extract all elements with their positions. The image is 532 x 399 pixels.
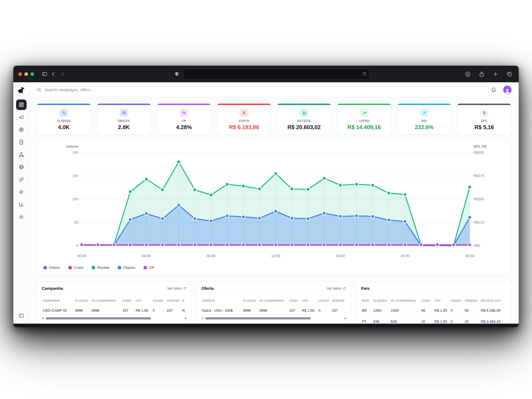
- legend-item-receita[interactable]: Receita: [92, 265, 109, 270]
- svg-text:16:00: 16:00: [336, 254, 345, 258]
- table-row[interactable]: CBO CAMP 0239963996157R$ 1,550157R: [41, 305, 186, 316]
- kpi-icon-box: [360, 109, 368, 117]
- svg-text:150: 150: [72, 174, 78, 178]
- tab-overview-button[interactable]: [505, 70, 514, 78]
- column-header[interactable]: CPC: [134, 296, 151, 305]
- column-header[interactable]: UC (CAMPANHA): [258, 296, 288, 305]
- app-logo[interactable]: [13, 82, 29, 97]
- bar-chart-icon: [19, 202, 24, 207]
- column-header[interactable]: CLIQUES: [241, 296, 258, 305]
- column-header[interactable]: LEADS: [317, 296, 330, 305]
- column-header[interactable]: CLIQUES: [73, 296, 90, 305]
- legend-item-custo[interactable]: Custo: [68, 265, 83, 270]
- kpi-card-roi: ROI232.6%: [397, 103, 452, 135]
- sidebar-item-automations[interactable]: [16, 187, 27, 197]
- table-title-oferta: Oferta: [201, 286, 214, 291]
- downloads-button[interactable]: [463, 70, 472, 78]
- sidebar-item-campaigns[interactable]: [16, 112, 27, 122]
- svg-text:50: 50: [74, 220, 78, 224]
- sidebar-item-settings[interactable]: [16, 212, 27, 222]
- kpi-card-epc: $EPCR$ 5,16: [457, 103, 511, 135]
- search-icon: [37, 87, 41, 92]
- column-header[interactable]: VENDAS: [463, 296, 479, 305]
- address-bar[interactable]: [183, 69, 370, 79]
- forward-button[interactable]: [58, 70, 67, 78]
- sidebar-item-dashboard[interactable]: [16, 99, 27, 110]
- column-header[interactable]: CAMPANHA: [41, 296, 73, 305]
- back-button[interactable]: [49, 70, 58, 78]
- column-header[interactable]: PAÍS: [360, 296, 372, 305]
- user-icon: [504, 88, 510, 94]
- url-input[interactable]: [186, 72, 362, 76]
- column-header[interactable]: R: [181, 296, 186, 305]
- column-header[interactable]: CONV.: [121, 296, 134, 305]
- ver-todos-link[interactable]: Ver todos: [327, 287, 346, 290]
- share-button[interactable]: [477, 70, 486, 78]
- sidebar-item-flows[interactable]: [16, 149, 27, 160]
- scrollbar-thumb[interactable]: [205, 317, 311, 319]
- horizontal-scrollbar[interactable]: [196, 316, 351, 323]
- cursor-click-icon: [62, 111, 66, 115]
- kpi-value: R$ 6.193,86: [217, 124, 271, 131]
- avatar[interactable]: [503, 86, 511, 94]
- sidebar-item-links[interactable]: [16, 174, 27, 185]
- link-icon: [19, 177, 24, 182]
- legend-item-cr[interactable]: CR: [144, 265, 154, 270]
- column-header[interactable]: CONV.: [288, 296, 300, 305]
- svg-text:0: 0: [76, 244, 78, 248]
- new-tab-button[interactable]: [491, 70, 500, 78]
- column-header[interactable]: VENDAS: [330, 296, 346, 305]
- sidebar-item-reports[interactable]: [16, 199, 27, 210]
- chart-legend: ÚnicosCustoReceitaCliquesCR: [40, 264, 508, 272]
- column-header[interactable]: LEADS: [449, 296, 464, 305]
- table-cell: PT: [360, 316, 372, 324]
- table-row[interactable]: BR2350235095R$ 1,55095R$ 9.288,09: [360, 305, 507, 316]
- legend-item-únicos[interactable]: Únicos: [44, 265, 60, 270]
- tabs-icon: [507, 71, 512, 77]
- scroll-left-icon[interactable]: [41, 317, 44, 320]
- table-row[interactable]: Nutra - USA - 200$39963996157R$ 1,550157: [201, 305, 346, 316]
- minimize-button[interactable]: [24, 72, 28, 76]
- column-header[interactable]: LEADS: [151, 296, 165, 305]
- bell-icon[interactable]: [491, 87, 497, 93]
- sidebar-item-domains[interactable]: [16, 162, 27, 172]
- scrollbar-track[interactable]: [205, 317, 342, 319]
- scroll-right-icon[interactable]: [344, 317, 347, 320]
- sidebar-item-offers[interactable]: [16, 124, 27, 135]
- column-header[interactable]: UC (CAMPANHA): [389, 296, 420, 305]
- kpi-icon-box: [60, 109, 68, 117]
- kpi-label: EPC: [457, 119, 511, 122]
- svg-text:R$500: R$500: [474, 150, 484, 155]
- sidebar-collapse-button[interactable]: [16, 310, 27, 321]
- search-input[interactable]: [45, 88, 161, 92]
- column-header[interactable]: OFERTA: [201, 296, 241, 305]
- kpi-value: R$ 5,16: [457, 124, 511, 131]
- scrollbar-thumb[interactable]: [46, 317, 151, 319]
- legend-item-cliques[interactable]: Cliques: [118, 265, 135, 270]
- horizontal-scrollbar[interactable]: [37, 316, 191, 323]
- zoom-button[interactable]: [30, 72, 34, 76]
- reload-icon[interactable]: [362, 72, 367, 76]
- column-header[interactable]: VENDAS: [165, 296, 181, 305]
- close-button[interactable]: [18, 72, 22, 76]
- table-title-pais: País: [361, 286, 370, 291]
- ver-todos-link[interactable]: Ver todos: [167, 287, 186, 290]
- scroll-left-icon[interactable]: [201, 317, 204, 320]
- sidebar-item-landers[interactable]: [16, 137, 27, 147]
- column-header[interactable]: CONV.: [420, 296, 433, 305]
- column-header[interactable]: RECEITA (CO: [479, 296, 507, 305]
- legend-swatch: [68, 266, 72, 269]
- kpi-label: CLIQUES: [37, 119, 91, 122]
- scrollbar-track[interactable]: [46, 317, 183, 319]
- sidebar-toggle-button[interactable]: [40, 70, 49, 78]
- dog-logo-icon: [17, 86, 25, 94]
- column-header[interactable]: CPC: [433, 296, 449, 305]
- table-row[interactable]: PT63663620R$ 1,55020R$ 3.484,10: [360, 316, 507, 324]
- column-header[interactable]: CPC: [300, 296, 317, 305]
- scroll-right-icon[interactable]: [184, 317, 187, 320]
- table-cell: 0: [151, 305, 165, 316]
- legend-label: Únicos: [49, 265, 60, 270]
- column-header[interactable]: UC (CAMPANHA): [90, 296, 121, 305]
- svg-text:20:00: 20:00: [401, 254, 410, 258]
- column-header[interactable]: CLIQUES: [372, 296, 390, 305]
